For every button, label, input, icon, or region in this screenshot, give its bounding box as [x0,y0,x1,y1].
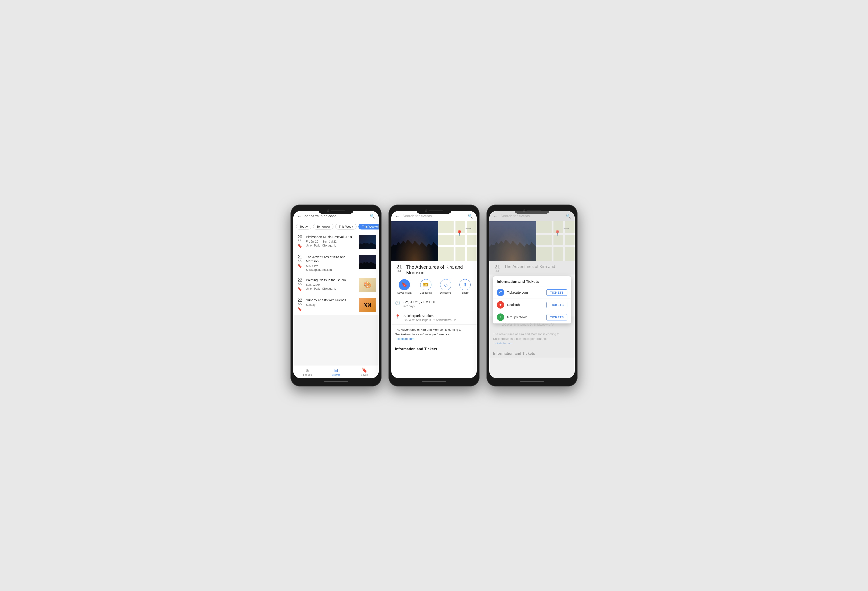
front-camera-2 [425,209,427,212]
dealhub-btn[interactable]: TICKETS [546,302,567,308]
for-you-icon: ⊞ [306,367,310,373]
event-location-3: Union Park · Chicago, IL [306,287,357,291]
tickets-modal: Information and Tickets 🏷 Ticketsite.com… [493,276,571,323]
ticket-row-1[interactable]: ★ DealHub TICKETS [493,299,571,311]
browse-icon: ⊟ [334,367,338,373]
time-info-row: 🕐 Sat, Jul 21, 7 PM EDT in 2 days [391,297,477,311]
event-item-4[interactable]: 22 JUL 🔖 Sunday Feasts with Friends Sund… [293,295,379,315]
event-info-1: Pitchspoon Music Festival 2018 Fri, Jul … [306,235,357,248]
ticketsite-logo: 🏷 [497,289,504,296]
phone-2-screen: ← Search for events 🔍 📍 [391,211,477,378]
ticketsite-name: Ticketsite.com [507,290,544,294]
event-list: 20 JUL 🔖 Pitchspoon Music Festival 2018 … [293,232,379,365]
get-tickets-icon: 🎫 [420,279,431,290]
back-arrow-icon-2[interactable]: ← [395,214,400,219]
bookmark-icon-2[interactable]: 🔖 [298,264,302,268]
directions-label: Directions [440,291,452,294]
location-icon: 📍 [395,314,400,319]
detail-title-2: The Adventures of Kira and Morrison [406,264,473,276]
event-title-2: The Adventures of Kira and Morrison [306,255,357,263]
event-date-1: Fri, Jul 20 — Sun, Jul 22 [306,240,357,244]
chip-this-week[interactable]: This Week [335,224,357,230]
event-month-4: JUL [298,302,302,305]
event-info-3: Painting Class in the Studio Sun, 12 AM … [306,278,357,291]
event-title-1: Pitchspoon Music Festival 2018 [306,235,357,239]
chip-tomorrow[interactable]: Tomorrow [313,224,334,230]
search-icon[interactable]: 🔍 [370,214,375,219]
event-month-2: JUL [298,259,302,262]
ticketsite-btn[interactable]: TICKETS [546,289,567,296]
groupsintown-btn[interactable]: TICKETS [546,314,567,320]
chip-this-weekend[interactable]: This Weekend [359,224,379,230]
event-thumb-3: 🎨 [359,278,376,292]
ticket-row-2[interactable]: ♪ Groupsintown TICKETS [493,311,571,323]
filter-chips: Today Tomorrow This Week This Weekend [293,221,379,232]
phone-bottom-bar-2 [391,379,477,384]
bookmark-icon-1[interactable]: 🔖 [298,244,302,248]
event-day-4: 22 [298,298,302,302]
map-street-label: sheypar... [465,227,473,230]
nav-for-you-label: For You [303,373,312,376]
concert-image [391,221,438,261]
event-location-2: Snickerpark Stadium [306,268,357,272]
back-arrow-icon[interactable]: ← [297,214,302,219]
map-image: 📍 sheypar... [438,221,477,261]
get-tickets-btn[interactable]: 🎫 Get tickets [420,279,432,294]
clock-icon: 🕐 [395,301,400,305]
event-day-3: 22 [298,278,302,282]
event-info-4: Sunday Feasts with Friends Sunday [306,298,357,307]
home-indicator-1 [324,381,348,382]
saved-event-btn[interactable]: 🔖 Saved event [397,279,411,294]
event-date-2: Sat, 7 PM [306,264,357,268]
saved-event-label: Saved event [397,291,411,294]
phone-notch-1 [319,207,353,214]
event-title-4: Sunday Feasts with Friends [306,298,357,302]
venue-sub: 100 West Snickerpark Dr, Snickertown, PA [403,318,456,321]
event-item-1[interactable]: 20 JUL 🔖 Pitchspoon Music Festival 2018 … [293,232,379,252]
event-title-3: Painting Class in the Studio [306,278,357,282]
phones-container: ← concerts in chicago 🔍 Today Tomorrow T… [291,205,577,386]
section-title-tickets-2: Information and Tickets [391,344,477,353]
home-indicator-2 [422,381,446,382]
nav-for-you[interactable]: ⊞ For You [293,366,322,378]
nav-saved[interactable]: 🔖 Saved [350,366,379,378]
venue-main: Snickerpark Stadium [403,314,456,318]
event-date-col-4: 22 JUL 🔖 [296,298,304,311]
directions-btn[interactable]: ◇ Directions [440,279,452,294]
ticket-row-0[interactable]: 🏷 Ticketsite.com TICKETS [493,286,571,299]
map-pin: 📍 [456,230,463,236]
event-month-1: JUL [298,239,302,242]
event-item-2[interactable]: 21 JUL 🔖 The Adventures of Kira and Morr… [293,252,379,275]
event-thumb-1 [359,235,376,249]
time-main: Sat, Jul 21, 7 PM EDT [403,300,436,304]
bookmark-icon-3[interactable]: 🔖 [298,287,302,291]
search-placeholder-2[interactable]: Search for events [403,214,465,218]
nav-browse[interactable]: ⊟ Browse [322,366,350,378]
search-icon-2[interactable]: 🔍 [468,214,473,219]
dealhub-logo: ★ [497,301,504,308]
event-month-3: JUL [298,282,302,285]
front-camera [327,209,329,212]
event-location-1: Union Park · Chicago, IL [306,244,357,248]
modal-title: Information and Tickets [493,276,571,286]
saved-icon: 🔖 [362,367,368,373]
event-item-3[interactable]: 22 JUL 🔖 Painting Class in the Studio Su… [293,275,379,295]
event-date-3: Sun, 12 AM [306,283,357,287]
event-day-2: 21 [298,255,302,259]
share-btn[interactable]: ⬆ Share [459,279,471,294]
time-sub: in 2 days [403,305,436,308]
search-query-text[interactable]: concerts in chicago [304,214,367,218]
phone-1: ← concerts in chicago 🔍 Today Tomorrow T… [291,205,381,386]
detail-header-2: 21 JUL The Adventures of Kira and Morris… [391,261,477,277]
bookmark-icon-4[interactable]: 🔖 [298,307,302,311]
directions-icon: ◇ [440,279,451,290]
ticketsite-link-2[interactable]: Ticketsite.com [395,337,415,340]
phone-1-screen: ← concerts in chicago 🔍 Today Tomorrow T… [293,211,379,378]
speaker-2 [429,210,443,211]
saved-event-icon: 🔖 [399,279,410,290]
event-date-col-1: 20 JUL 🔖 [296,235,304,248]
phone-bottom-bar-3 [489,379,575,384]
event-day-1: 20 [298,235,302,239]
chip-today[interactable]: Today [296,224,311,230]
speaker [331,210,345,211]
